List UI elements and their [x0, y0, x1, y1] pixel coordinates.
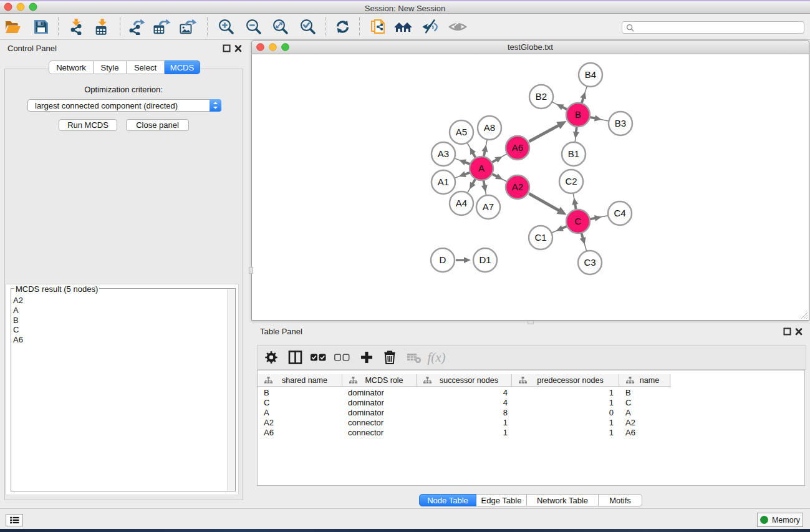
svg-text:B2: B2	[536, 91, 547, 102]
svg-text:D1: D1	[479, 254, 491, 265]
svg-text:C2: C2	[565, 176, 577, 186]
svg-text:A7: A7	[483, 201, 494, 212]
svg-text:A1: A1	[438, 177, 449, 187]
svg-text:A3: A3	[438, 148, 449, 159]
svg-text:C: C	[575, 216, 582, 226]
svg-text:C4: C4	[614, 208, 625, 218]
svg-text:B1: B1	[568, 148, 579, 159]
svg-text:C1: C1	[534, 232, 546, 243]
svg-text:A4: A4	[456, 198, 467, 208]
svg-text:B4: B4	[585, 69, 596, 80]
svg-text:A2: A2	[512, 181, 523, 192]
svg-text:B: B	[575, 109, 581, 120]
svg-text:C3: C3	[584, 257, 595, 268]
svg-text:A6: A6	[512, 142, 523, 153]
svg-text:A5: A5	[456, 127, 467, 137]
svg-text:A: A	[478, 163, 485, 173]
svg-text:B3: B3	[615, 118, 626, 128]
svg-text:D: D	[440, 254, 446, 265]
svg-text:A8: A8	[484, 122, 495, 133]
